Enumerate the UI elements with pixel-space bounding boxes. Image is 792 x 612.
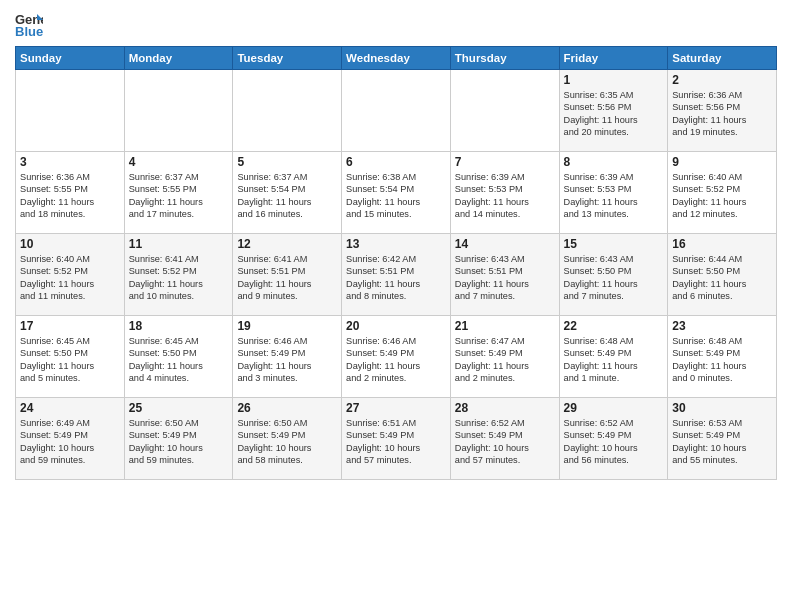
calendar-cell: 24Sunrise: 6:49 AM Sunset: 5:49 PM Dayli… <box>16 398 125 480</box>
calendar-cell: 10Sunrise: 6:40 AM Sunset: 5:52 PM Dayli… <box>16 234 125 316</box>
day-info: Sunrise: 6:47 AM Sunset: 5:49 PM Dayligh… <box>455 335 555 385</box>
calendar-cell: 3Sunrise: 6:36 AM Sunset: 5:55 PM Daylig… <box>16 152 125 234</box>
day-number: 10 <box>20 237 120 251</box>
day-number: 26 <box>237 401 337 415</box>
calendar-header: SundayMondayTuesdayWednesdayThursdayFrid… <box>16 47 777 70</box>
weekday-header-tuesday: Tuesday <box>233 47 342 70</box>
calendar-cell: 6Sunrise: 6:38 AM Sunset: 5:54 PM Daylig… <box>342 152 451 234</box>
calendar-week-row: 17Sunrise: 6:45 AM Sunset: 5:50 PM Dayli… <box>16 316 777 398</box>
calendar-cell: 15Sunrise: 6:43 AM Sunset: 5:50 PM Dayli… <box>559 234 668 316</box>
calendar-body: 1Sunrise: 6:35 AM Sunset: 5:56 PM Daylig… <box>16 70 777 480</box>
day-info: Sunrise: 6:40 AM Sunset: 5:52 PM Dayligh… <box>672 171 772 221</box>
weekday-header-thursday: Thursday <box>450 47 559 70</box>
day-info: Sunrise: 6:39 AM Sunset: 5:53 PM Dayligh… <box>455 171 555 221</box>
day-number: 28 <box>455 401 555 415</box>
day-info: Sunrise: 6:40 AM Sunset: 5:52 PM Dayligh… <box>20 253 120 303</box>
day-info: Sunrise: 6:45 AM Sunset: 5:50 PM Dayligh… <box>129 335 229 385</box>
calendar-cell: 1Sunrise: 6:35 AM Sunset: 5:56 PM Daylig… <box>559 70 668 152</box>
day-number: 22 <box>564 319 664 333</box>
day-number: 17 <box>20 319 120 333</box>
day-info: Sunrise: 6:49 AM Sunset: 5:49 PM Dayligh… <box>20 417 120 467</box>
weekday-header-wednesday: Wednesday <box>342 47 451 70</box>
day-number: 12 <box>237 237 337 251</box>
calendar-page: General Blue SundayMondayTuesdayWednesda… <box>0 0 792 612</box>
day-info: Sunrise: 6:44 AM Sunset: 5:50 PM Dayligh… <box>672 253 772 303</box>
calendar-cell <box>16 70 125 152</box>
day-info: Sunrise: 6:46 AM Sunset: 5:49 PM Dayligh… <box>346 335 446 385</box>
day-number: 9 <box>672 155 772 169</box>
day-number: 3 <box>20 155 120 169</box>
calendar-cell: 16Sunrise: 6:44 AM Sunset: 5:50 PM Dayli… <box>668 234 777 316</box>
calendar-cell: 14Sunrise: 6:43 AM Sunset: 5:51 PM Dayli… <box>450 234 559 316</box>
day-number: 8 <box>564 155 664 169</box>
day-info: Sunrise: 6:48 AM Sunset: 5:49 PM Dayligh… <box>672 335 772 385</box>
calendar-week-row: 24Sunrise: 6:49 AM Sunset: 5:49 PM Dayli… <box>16 398 777 480</box>
calendar-cell: 7Sunrise: 6:39 AM Sunset: 5:53 PM Daylig… <box>450 152 559 234</box>
calendar-cell: 13Sunrise: 6:42 AM Sunset: 5:51 PM Dayli… <box>342 234 451 316</box>
weekday-header-sunday: Sunday <box>16 47 125 70</box>
calendar-week-row: 10Sunrise: 6:40 AM Sunset: 5:52 PM Dayli… <box>16 234 777 316</box>
calendar-table: SundayMondayTuesdayWednesdayThursdayFrid… <box>15 46 777 480</box>
calendar-cell: 23Sunrise: 6:48 AM Sunset: 5:49 PM Dayli… <box>668 316 777 398</box>
calendar-cell: 22Sunrise: 6:48 AM Sunset: 5:49 PM Dayli… <box>559 316 668 398</box>
day-number: 11 <box>129 237 229 251</box>
calendar-cell: 19Sunrise: 6:46 AM Sunset: 5:49 PM Dayli… <box>233 316 342 398</box>
day-number: 27 <box>346 401 446 415</box>
day-number: 6 <box>346 155 446 169</box>
calendar-cell <box>124 70 233 152</box>
day-number: 13 <box>346 237 446 251</box>
calendar-cell <box>233 70 342 152</box>
calendar-cell: 2Sunrise: 6:36 AM Sunset: 5:56 PM Daylig… <box>668 70 777 152</box>
day-info: Sunrise: 6:38 AM Sunset: 5:54 PM Dayligh… <box>346 171 446 221</box>
day-number: 4 <box>129 155 229 169</box>
day-info: Sunrise: 6:43 AM Sunset: 5:50 PM Dayligh… <box>564 253 664 303</box>
day-info: Sunrise: 6:41 AM Sunset: 5:52 PM Dayligh… <box>129 253 229 303</box>
day-number: 24 <box>20 401 120 415</box>
logo-icon: General Blue <box>15 10 43 38</box>
calendar-cell: 12Sunrise: 6:41 AM Sunset: 5:51 PM Dayli… <box>233 234 342 316</box>
day-info: Sunrise: 6:43 AM Sunset: 5:51 PM Dayligh… <box>455 253 555 303</box>
header: General Blue <box>15 10 777 38</box>
day-number: 30 <box>672 401 772 415</box>
calendar-week-row: 3Sunrise: 6:36 AM Sunset: 5:55 PM Daylig… <box>16 152 777 234</box>
day-number: 14 <box>455 237 555 251</box>
weekday-header-monday: Monday <box>124 47 233 70</box>
day-number: 19 <box>237 319 337 333</box>
day-info: Sunrise: 6:42 AM Sunset: 5:51 PM Dayligh… <box>346 253 446 303</box>
day-info: Sunrise: 6:39 AM Sunset: 5:53 PM Dayligh… <box>564 171 664 221</box>
logo: General Blue <box>15 10 47 38</box>
day-number: 25 <box>129 401 229 415</box>
day-info: Sunrise: 6:46 AM Sunset: 5:49 PM Dayligh… <box>237 335 337 385</box>
calendar-cell <box>450 70 559 152</box>
calendar-cell: 4Sunrise: 6:37 AM Sunset: 5:55 PM Daylig… <box>124 152 233 234</box>
calendar-cell: 27Sunrise: 6:51 AM Sunset: 5:49 PM Dayli… <box>342 398 451 480</box>
day-number: 29 <box>564 401 664 415</box>
day-number: 2 <box>672 73 772 87</box>
day-number: 1 <box>564 73 664 87</box>
calendar-cell: 11Sunrise: 6:41 AM Sunset: 5:52 PM Dayli… <box>124 234 233 316</box>
day-info: Sunrise: 6:45 AM Sunset: 5:50 PM Dayligh… <box>20 335 120 385</box>
weekday-header-friday: Friday <box>559 47 668 70</box>
day-number: 7 <box>455 155 555 169</box>
calendar-cell: 5Sunrise: 6:37 AM Sunset: 5:54 PM Daylig… <box>233 152 342 234</box>
day-info: Sunrise: 6:36 AM Sunset: 5:56 PM Dayligh… <box>672 89 772 139</box>
day-info: Sunrise: 6:51 AM Sunset: 5:49 PM Dayligh… <box>346 417 446 467</box>
day-number: 15 <box>564 237 664 251</box>
day-info: Sunrise: 6:53 AM Sunset: 5:49 PM Dayligh… <box>672 417 772 467</box>
day-info: Sunrise: 6:52 AM Sunset: 5:49 PM Dayligh… <box>455 417 555 467</box>
calendar-cell: 30Sunrise: 6:53 AM Sunset: 5:49 PM Dayli… <box>668 398 777 480</box>
calendar-cell: 21Sunrise: 6:47 AM Sunset: 5:49 PM Dayli… <box>450 316 559 398</box>
calendar-cell: 28Sunrise: 6:52 AM Sunset: 5:49 PM Dayli… <box>450 398 559 480</box>
day-info: Sunrise: 6:37 AM Sunset: 5:55 PM Dayligh… <box>129 171 229 221</box>
day-number: 16 <box>672 237 772 251</box>
calendar-cell: 25Sunrise: 6:50 AM Sunset: 5:49 PM Dayli… <box>124 398 233 480</box>
day-info: Sunrise: 6:52 AM Sunset: 5:49 PM Dayligh… <box>564 417 664 467</box>
calendar-cell: 29Sunrise: 6:52 AM Sunset: 5:49 PM Dayli… <box>559 398 668 480</box>
day-number: 20 <box>346 319 446 333</box>
day-number: 5 <box>237 155 337 169</box>
calendar-cell: 17Sunrise: 6:45 AM Sunset: 5:50 PM Dayli… <box>16 316 125 398</box>
day-info: Sunrise: 6:48 AM Sunset: 5:49 PM Dayligh… <box>564 335 664 385</box>
day-number: 21 <box>455 319 555 333</box>
svg-text:Blue: Blue <box>15 24 43 38</box>
weekday-header-row: SundayMondayTuesdayWednesdayThursdayFrid… <box>16 47 777 70</box>
